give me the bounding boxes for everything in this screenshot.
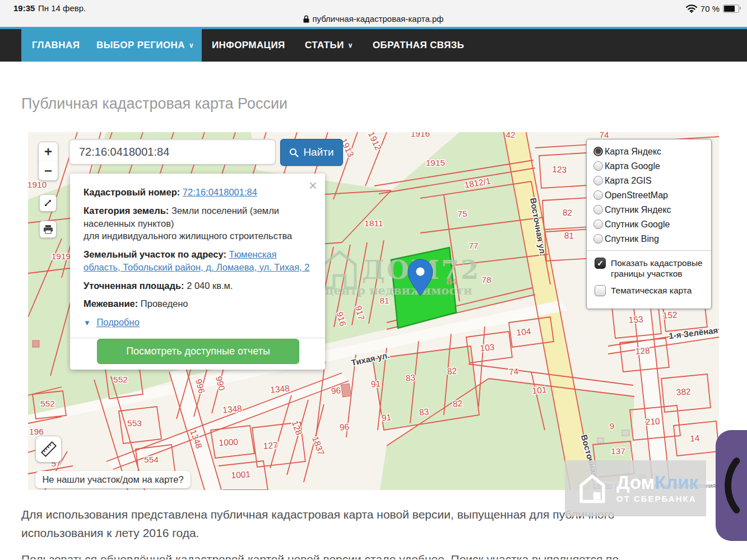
domclick-subtitle: ОТ СБЕРБАНКА <box>616 494 698 503</box>
nav-item-articles[interactable]: СТАТЬИ∨ <box>305 29 353 62</box>
status-indicators: 70 % <box>686 4 739 13</box>
divider <box>587 250 711 251</box>
phone-icon <box>719 449 744 522</box>
parcel-label: 210 <box>645 416 660 426</box>
details-link[interactable]: Подробно <box>96 317 139 328</box>
search-input[interactable] <box>69 139 276 165</box>
parcel-label: 123 <box>552 164 567 174</box>
parcel-label: 127 <box>263 440 278 450</box>
layer-option-label: Спутник Яндекс <box>605 204 671 216</box>
layer-option[interactable]: Карта 2GIS <box>593 175 704 186</box>
zoom-out-button[interactable]: − <box>38 161 58 181</box>
chevron-down-icon: ∨ <box>189 41 194 49</box>
parcel-label: 1000 <box>219 437 239 447</box>
parcel-label: 83 <box>419 407 429 417</box>
measure-button[interactable] <box>35 436 62 463</box>
layer-option-label: Карта 2GIS <box>605 175 652 186</box>
view-reports-button[interactable]: Посмотреть доступные отчеты <box>97 339 299 364</box>
watermark-tagline: центр недвижимости <box>325 283 472 297</box>
parcel-label: 83 <box>405 372 416 382</box>
parcel-label: 91 <box>381 412 392 422</box>
radio-icon <box>593 220 603 229</box>
callback-widget[interactable] <box>716 430 747 541</box>
domclick-brand: ДомКлик <box>616 473 698 492</box>
parcel-label: 128 <box>635 346 650 356</box>
layer-option[interactable]: Карта Яндекс <box>593 146 704 157</box>
search-button[interactable]: Найти <box>280 139 343 166</box>
radio-icon <box>593 176 603 185</box>
parcel-label: 1919 <box>52 251 71 261</box>
survey-row: Межевание: Проведено <box>83 297 310 310</box>
divider <box>70 338 325 338</box>
category-row: Категория земель: Земли поселений (земли… <box>83 204 310 242</box>
radio-icon <box>593 234 603 244</box>
layer-option[interactable]: OpenStreetMap <box>593 190 704 201</box>
not-found-hint[interactable]: Не нашли участок/дом на карте? <box>35 471 191 488</box>
clipped-paragraph: Пользоваться обновлённой кадастровой кар… <box>21 550 652 559</box>
close-icon[interactable]: × <box>309 177 317 194</box>
parcel-label: 1348 <box>222 404 243 415</box>
parcel-label: 554 <box>144 455 159 464</box>
layer-option[interactable]: Спутник Яндекс <box>593 204 704 216</box>
layer-checkbox-option[interactable]: Тематическая карта <box>593 285 704 296</box>
parcel-label: 96 <box>331 385 341 395</box>
search-icon <box>289 148 299 157</box>
layer-checkbox-option[interactable]: ✓Показать кадастровые границы участков <box>593 258 704 279</box>
layer-option-label: Спутник Bing <box>605 234 659 245</box>
parcel-label: 137 <box>611 446 625 456</box>
minus-icon: − <box>44 163 52 179</box>
cadastral-number-row: Кадастровый номер: 72:16:0418001:84 <box>83 186 310 199</box>
fullscreen-button[interactable] <box>39 194 57 212</box>
layer-option[interactable]: Спутник Google <box>593 219 704 230</box>
parcel-label: 74 <box>508 366 519 376</box>
parcel-label: 552 <box>113 375 128 384</box>
parcel-label: 81 <box>564 231 574 241</box>
nav-item-information[interactable]: ИНФОРМАЦИЯ <box>212 29 285 62</box>
layer-option-label: Карта Яндекс <box>605 146 661 157</box>
status-date: Пн 14 февр. <box>38 3 86 13</box>
main-nav: ГЛАВНАЯ ВЫБОР РЕГИОНА∨ ИНФОРМАЦИЯ СТАТЬИ… <box>0 29 747 62</box>
layer-panel-options: Карта ЯндексКарта GoogleКарта 2GISOpenSt… <box>593 146 704 245</box>
status-bar: 19:35 Пн 14 февр. публичная-кадастровая-… <box>0 0 747 27</box>
parcel-label: 96 <box>339 422 350 432</box>
domclick-watermark: ДомКлик ОТ СБЕРБАНКА <box>565 460 706 516</box>
cadastral-number-link[interactable]: 72:16:0418001:84 <box>183 187 257 197</box>
layer-option[interactable]: Карта Google <box>593 161 704 172</box>
layer-panel: Карта ЯндексКарта GoogleКарта 2GISOpenSt… <box>586 139 712 309</box>
page-title: Публичная кадастровая карта России <box>21 95 287 113</box>
parcel-label: 78 <box>481 275 491 284</box>
parcel-label: 101 <box>532 385 547 395</box>
parcel-label: 1915 <box>426 158 445 167</box>
parcel-label: 104 <box>516 326 532 337</box>
address-bar[interactable]: публичная-кадастровая-карта.рф <box>0 14 747 24</box>
intro-paragraph: Для использования представлена публичная… <box>21 506 652 542</box>
zoom-in-button[interactable]: + <box>38 142 58 162</box>
nav-item-feedback[interactable]: ОБРАТНАЯ СВЯЗЬ <box>373 29 464 62</box>
address-row: Земельный участок по адресу: Тюменская о… <box>83 248 310 274</box>
domclick-text: ДомКлик ОТ СБЕРБАНКА <box>616 473 698 503</box>
parcel-label: 1916 <box>411 132 430 138</box>
checkbox-icon <box>595 285 606 296</box>
print-button[interactable] <box>39 221 57 238</box>
printer-icon <box>43 225 53 234</box>
nav-item-region[interactable]: ВЫБОР РЕГИОНА∨ <box>96 29 194 62</box>
domclick-house-icon <box>576 472 609 505</box>
safari-window: 19:35 Пн 14 февр. публичная-кадастровая-… <box>0 0 747 560</box>
parcel-label: 9 <box>610 421 615 431</box>
parcel-label: 153 <box>628 314 643 324</box>
checkbox-icon: ✓ <box>595 258 606 269</box>
layer-checkbox-label: Тематическая карта <box>611 285 692 296</box>
nav-item-home[interactable]: ГЛАВНАЯ <box>32 29 80 62</box>
radio-icon <box>593 161 603 171</box>
battery-icon <box>723 4 739 13</box>
layer-checkbox-label: Показать кадастровые границы участков <box>611 258 704 279</box>
parcel-label: 14 <box>690 433 700 444</box>
layer-option[interactable]: Спутник Bing <box>593 234 704 245</box>
clock: 19:35 <box>13 3 35 13</box>
parcel-info-card: × Кадастровый номер: 72:16:0418001:84 Ка… <box>70 174 325 370</box>
layer-option-label: Карта Google <box>605 161 660 172</box>
search-button-label: Найти <box>303 146 333 158</box>
plus-icon: + <box>44 144 52 160</box>
parcel-label: 552 <box>40 399 55 408</box>
parcel-label: 196 <box>29 427 44 436</box>
